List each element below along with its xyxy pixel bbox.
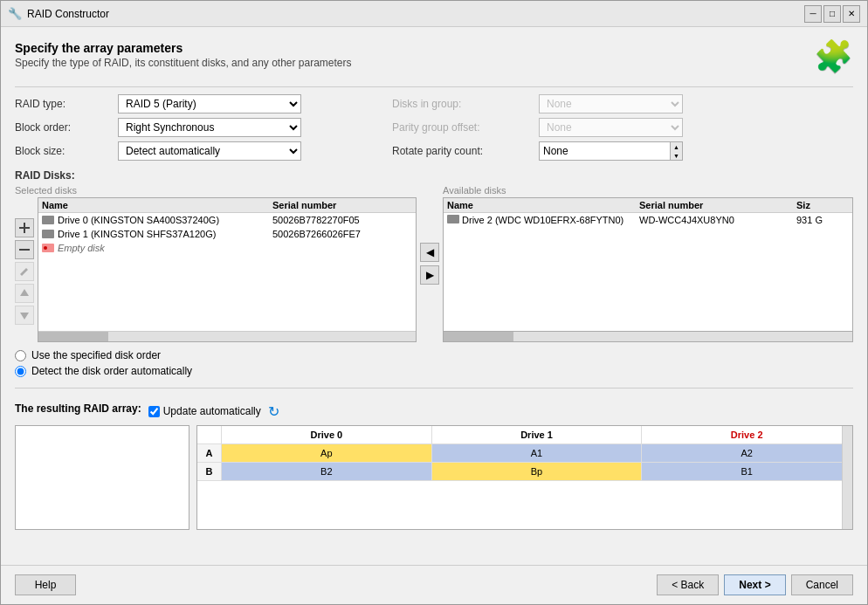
rotate-parity-label: Rotate parity count: [392, 145, 532, 157]
selected-disks-sublabel: Selected disks [15, 185, 417, 196]
close-button[interactable]: ✕ [843, 5, 860, 23]
raid-grid-scrollbar[interactable] [842, 426, 852, 529]
cancel-button[interactable]: Cancel [791, 574, 853, 595]
table-row[interactable]: Drive 0 (KINGSTON SA400S37240G) 50026B77… [38, 213, 416, 227]
disk-name-cell: Drive 1 (KINGSTON SHFS37A120G) [42, 229, 272, 239]
update-auto-checkbox[interactable] [148, 406, 160, 417]
params-right-grid: Disks in group: None Parity group offset… [392, 94, 683, 161]
available-list-scrollbar[interactable] [443, 332, 853, 342]
parity-group-label: Parity group offset: [392, 121, 532, 134]
add-disk-button[interactable] [15, 218, 34, 237]
block-order-label: Block order: [15, 121, 111, 134]
raid-grid: Drive 0 Drive 1 Drive 2 A Ap A1 A2 [197, 426, 852, 481]
selected-list-body: Drive 0 (KINGSTON SA400S37240G) 50026B77… [38, 213, 416, 331]
selected-col-name: Name [42, 200, 272, 210]
maximize-button[interactable]: □ [823, 5, 841, 23]
remove-disk-button[interactable] [15, 240, 34, 259]
resulting-header-row: The resulting RAID array: Update automat… [15, 402, 853, 420]
spinbox-up-button[interactable]: ▲ [671, 142, 682, 151]
minimize-button[interactable]: ─ [804, 5, 822, 23]
table-row[interactable]: Drive 1 (KINGSTON SHFS37A120G) 50026B726… [38, 227, 416, 241]
radio-row-2: Detect the disk order automatically [15, 365, 853, 377]
drive2-header: Drive 2 [642, 426, 852, 443]
disk-serial-text: 50026B7782270F05 [272, 215, 412, 225]
empty-disk-label: Empty disk [58, 243, 105, 253]
move-up-button[interactable] [15, 284, 34, 303]
next-button[interactable]: Next > [724, 574, 785, 595]
help-button[interactable]: Help [15, 574, 76, 595]
empty-disk-row[interactable]: Empty disk [38, 241, 416, 255]
table-row[interactable]: Drive 2 (WDC WD10EFRX-68FYTN0) WD-WCC4J4… [444, 213, 852, 227]
footer: Help < Back Next > Cancel [1, 565, 867, 604]
available-disks-label: Available disks [443, 185, 853, 196]
header-area: Specify the array parameters Specify the… [15, 41, 853, 79]
row-a-label: A [197, 444, 222, 462]
disks-area: Selected disks [15, 185, 853, 342]
spinbox-down-button[interactable]: ▼ [671, 151, 682, 160]
disk-icon [42, 230, 54, 238]
edit-disk-button[interactable] [15, 262, 34, 281]
drive0-header: Drive 0 [222, 426, 432, 443]
arrow-right-button[interactable]: ▶ [420, 265, 439, 285]
rotate-parity-input[interactable] [540, 142, 670, 160]
svg-point-6 [44, 246, 47, 250]
footer-right-buttons: < Back Next > Cancel [657, 574, 853, 595]
titlebar-buttons: ─ □ ✕ [804, 5, 860, 23]
selected-disk-toolbar [15, 197, 34, 342]
middle-separator [15, 388, 853, 388]
parity-group-select[interactable]: None [539, 118, 683, 137]
scrollbar-thumb [38, 332, 108, 341]
disk-name-text: Drive 1 (KINGSTON SHFS37A120G) [58, 229, 216, 239]
spinbox-buttons: ▲ ▼ [670, 142, 682, 160]
avail-disk-size: 931 G [796, 215, 849, 225]
cell-a2: A2 [642, 444, 852, 462]
disks-in-group-label: Disks in group: [392, 98, 532, 110]
params-left-grid: RAID type: RAID 5 (Parity) Block order: … [15, 94, 301, 161]
cell-b1: Bp [432, 463, 643, 480]
titlebar: 🔧 RAID Constructor ─ □ ✕ [1, 1, 867, 27]
radio-options: Use the specified disk order Detect the … [15, 349, 853, 381]
move-down-button[interactable] [15, 306, 34, 325]
radio-specified-order[interactable] [15, 350, 26, 361]
raid-grid-container: Drive 0 Drive 1 Drive 2 A Ap A1 A2 [196, 425, 853, 530]
radio-auto-order[interactable] [15, 366, 26, 377]
selected-list-scrollbar[interactable] [38, 331, 416, 341]
raid-visual-area: Drive 0 Drive 1 Drive 2 A Ap A1 A2 [15, 425, 853, 530]
raid-disks-label: RAID Disks: [15, 169, 853, 182]
available-disk-list: Name Serial number Siz Drive 2 (WDC WD10… [443, 197, 853, 332]
drive1-header: Drive 1 [432, 426, 643, 443]
raid-type-select[interactable]: RAID 5 (Parity) [118, 94, 301, 113]
disk-name-cell: Drive 0 (KINGSTON SA400S37240G) [42, 215, 272, 225]
disks-in-group-select[interactable]: None [539, 94, 683, 113]
cell-b2: B1 [642, 463, 852, 480]
block-order-select[interactable]: Right Synchronous [118, 118, 301, 137]
svg-marker-3 [20, 289, 29, 296]
disk-name-text: Drive 0 (KINGSTON SA400S37240G) [58, 215, 219, 225]
resulting-label: The resulting RAID array: [15, 402, 141, 415]
row-b-label: B [197, 463, 222, 480]
block-size-select[interactable]: Detect automatically [118, 141, 301, 161]
params-top: RAID type: RAID 5 (Parity) Block order: … [15, 94, 853, 161]
block-size-label: Block size: [15, 145, 111, 157]
update-auto-label: Update automatically [163, 405, 261, 417]
raid-grid-header: Drive 0 Drive 1 Drive 2 [197, 426, 852, 444]
selected-col-serial: Serial number [272, 200, 412, 210]
cell-b0: B2 [222, 463, 432, 480]
arrow-left-button[interactable]: ◀ [420, 243, 439, 262]
page-subtitle: Specify the type of RAID, its constituen… [15, 57, 853, 69]
disk-icon [42, 216, 54, 224]
page-title: Specify the array parameters [15, 41, 853, 55]
radio-specified-label: Use the specified disk order [31, 349, 161, 361]
transfer-arrows: ◀ ▶ [417, 185, 443, 342]
main-content: Specify the array parameters Specify the… [1, 27, 867, 565]
raid-text-box [15, 425, 189, 530]
avail-disk-name-cell: Drive 2 (WDC WD10EFRX-68FYTN0) [447, 215, 639, 225]
refresh-icon[interactable]: ↻ [268, 403, 279, 420]
cell-a0: Ap [222, 444, 432, 462]
avail-disk-icon [447, 215, 459, 223]
svg-rect-2 [19, 249, 30, 251]
main-window: 🔧 RAID Constructor ─ □ ✕ Specify the arr… [0, 0, 868, 605]
available-scrollbar-thumb [444, 332, 513, 341]
back-button[interactable]: < Back [657, 574, 719, 595]
header-empty-cell [197, 426, 222, 443]
